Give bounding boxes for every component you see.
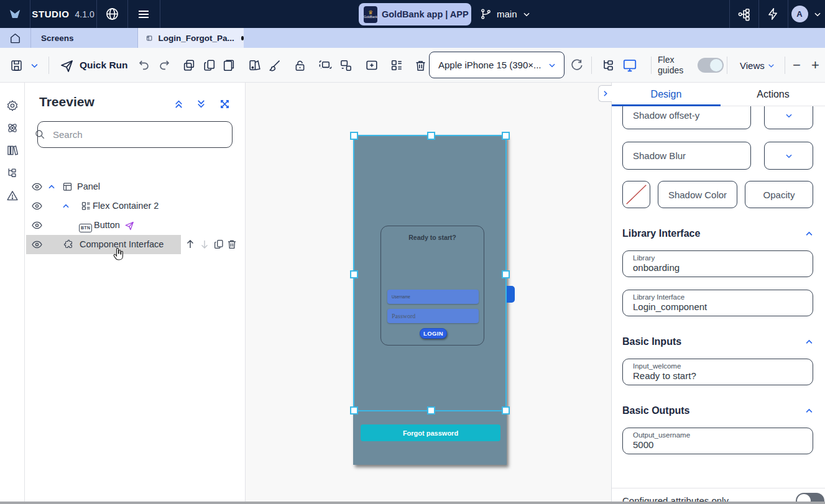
resize-handle-w[interactable] — [350, 270, 358, 278]
selection-drag-tab[interactable] — [507, 286, 515, 303]
warnings-button[interactable] — [6, 190, 19, 202]
component-puzzle-icon — [63, 239, 74, 250]
copy-element-button[interactable] — [213, 239, 224, 250]
opacity-button[interactable]: Opacity — [745, 181, 813, 208]
flex-guides-toggle[interactable] — [698, 48, 724, 83]
copy-button[interactable] — [203, 48, 216, 83]
hamburger-icon — [136, 7, 151, 22]
add-frame-icon — [365, 58, 379, 72]
treeview-panel: Treeview Panel Flex Contai — [25, 83, 246, 502]
home-button[interactable] — [0, 28, 31, 48]
tab-screens[interactable]: Screens — [31, 28, 138, 48]
integrations-button[interactable] — [729, 0, 758, 28]
shadow-color-swatch[interactable] — [622, 181, 650, 208]
main-menu-button[interactable] — [127, 0, 160, 28]
duplicate-button[interactable] — [182, 48, 196, 83]
expand-all-button[interactable] — [195, 98, 207, 110]
shadow-offset-y-unit-dropdown[interactable] — [764, 106, 813, 129]
delete-element-button[interactable] — [226, 239, 237, 250]
zoom-in-button[interactable]: + — [811, 48, 819, 83]
resize-handle-ne[interactable] — [502, 132, 510, 140]
language-button[interactable] — [96, 0, 127, 28]
library-interface-field[interactable]: Library Interface Login_component — [622, 290, 813, 316]
forgot-password-button[interactable]: Forgot password — [361, 424, 500, 441]
collapse-chevron[interactable] — [47, 183, 56, 191]
logic-button[interactable] — [6, 122, 19, 134]
input-welcome-field[interactable]: Input_welcome Ready to start? — [622, 359, 813, 385]
resize-handle-nw[interactable] — [350, 132, 358, 140]
zoom-out-button[interactable]: − — [793, 48, 801, 83]
tree-row-component-interface[interactable]: Component Interface — [25, 235, 246, 254]
collapse-chevron[interactable] — [62, 202, 70, 211]
chevron-down-icon — [522, 10, 531, 19]
visibility-eye-icon[interactable] — [31, 200, 43, 212]
collapse-all-button[interactable] — [173, 98, 185, 110]
undo-icon — [137, 58, 150, 72]
design-canvas[interactable]: Ready to start? Username Password LOGIN … — [246, 83, 611, 502]
quick-run-button[interactable]: Quick Run — [60, 48, 128, 83]
double-chevron-down-icon — [195, 98, 207, 110]
undo-button[interactable] — [137, 48, 150, 83]
resize-handle-se[interactable] — [502, 406, 510, 415]
save-button[interactable] — [10, 48, 23, 83]
tree-row-panel[interactable]: Panel — [25, 177, 246, 196]
resize-handle-n[interactable] — [427, 132, 435, 140]
expand-panel-button[interactable] — [219, 98, 231, 110]
resize-handle-sw[interactable] — [350, 406, 358, 415]
library-button[interactable] — [6, 144, 19, 157]
horizontal-scrollbar[interactable] — [0, 502, 825, 504]
redo-button[interactable] — [158, 48, 172, 83]
tab-login-forgot-page[interactable]: Login_Forgot_Pa... — [138, 28, 244, 48]
views-dropdown[interactable]: Views — [740, 48, 775, 83]
tree-row-button[interactable]: BTN Button — [25, 216, 246, 235]
lock-button[interactable] — [293, 48, 306, 83]
collapse-panel-button[interactable] — [598, 85, 612, 102]
git-branch-icon — [480, 8, 492, 20]
account-menu[interactable]: A — [788, 0, 825, 28]
section-collapse-chevron[interactable] — [804, 229, 814, 239]
visibility-eye-icon[interactable] — [31, 219, 43, 231]
section-collapse-chevron[interactable] — [804, 337, 814, 347]
tab-design[interactable]: Design — [612, 83, 721, 106]
settings-button[interactable] — [6, 99, 19, 112]
shadow-blur-unit-dropdown[interactable] — [764, 142, 813, 170]
treeview-title: Treeview — [39, 94, 94, 109]
visibility-eye-icon[interactable] — [31, 181, 43, 193]
library-field[interactable]: Library onboarding — [622, 250, 813, 277]
device-selector[interactable]: Apple iPhone 15 (390×... — [429, 52, 565, 78]
ungroup-button[interactable] — [339, 48, 353, 83]
move-down-button[interactable] — [199, 239, 210, 250]
treeview-toggle-button[interactable] — [601, 48, 616, 83]
shadow-offset-y-field[interactable]: Shadow offset-y — [622, 106, 751, 129]
refresh-button[interactable] — [569, 48, 583, 83]
move-up-button[interactable] — [185, 239, 196, 250]
search-input[interactable] — [37, 121, 233, 148]
shadow-blur-field[interactable]: Shadow Blur — [622, 142, 751, 170]
avatar[interactable]: A — [791, 6, 808, 22]
output-username-field[interactable]: Output_username 5000 — [622, 428, 813, 454]
resize-handle-s[interactable] — [427, 406, 435, 415]
app-badge[interactable]: ♛ GoldBank GoldBank app | APP — [359, 3, 471, 25]
save-options-button[interactable] — [30, 48, 39, 83]
app-badge-label: GoldBank app | APP — [382, 9, 469, 19]
section-collapse-chevron[interactable] — [804, 406, 814, 416]
theme-button[interactable] — [248, 48, 262, 83]
layout-blocks-button[interactable] — [390, 48, 403, 83]
paste-button[interactable] — [222, 48, 236, 83]
visibility-eye-icon[interactable] — [31, 239, 43, 250]
tab-actions[interactable]: Actions — [721, 83, 825, 106]
resize-handle-e[interactable] — [502, 270, 510, 278]
style-brush-button[interactable] — [269, 48, 282, 83]
top-app-bar: STUDIO 4.1.0 ♛ GoldBank GoldBank app | A… — [0, 0, 825, 28]
treeview-rail-button[interactable] — [6, 167, 19, 179]
group-button[interactable] — [318, 48, 333, 83]
preview-monitor-button[interactable] — [622, 48, 638, 83]
shadow-color-button[interactable]: Shadow Color — [658, 181, 737, 208]
studio-logo[interactable] — [0, 0, 30, 28]
new-container-button[interactable] — [365, 48, 379, 83]
tree-row-flex-container[interactable]: Flex Container 2 — [25, 196, 246, 216]
delete-button[interactable] — [414, 48, 427, 83]
paste-icon — [222, 58, 236, 72]
branch-selector[interactable]: main — [480, 0, 531, 28]
automations-button[interactable] — [758, 0, 788, 28]
